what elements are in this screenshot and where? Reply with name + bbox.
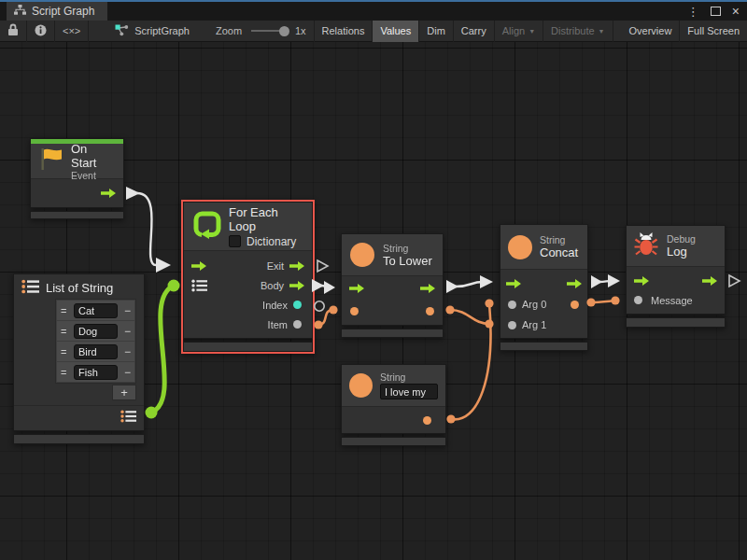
node-on-start[interactable]: On Start Event [30,138,124,219]
fullscreen-button[interactable]: Full Screen [680,21,747,42]
node-title: Log [667,245,696,259]
toolbar-toggles: Relations Values Dim Carry Align ▼ Distr… [314,21,747,42]
node-category: Debug [667,233,696,245]
node-title: To Lower [383,254,432,268]
port-item[interactable]: Item [268,319,304,330]
wire-list-to-foreach[interactable] [146,280,180,419]
port-message-in[interactable]: Message [634,295,693,306]
align-dropdown[interactable]: Align ▼ [495,21,543,42]
wire-tolower-to-arg1[interactable] [445,305,493,328]
remove-item-button[interactable]: − [121,325,131,338]
string-type-icon [349,373,373,398]
port-body[interactable]: Body [261,280,304,291]
port-trigger-in[interactable] [191,261,206,271]
port-trigger-in[interactable] [506,279,521,288]
dictionary-label: Dictionary [247,235,296,248]
wire-onstart-to-foreach[interactable] [126,187,171,273]
wire-item-to-tolower[interactable] [314,305,337,329]
wire-concat-to-message[interactable] [586,296,619,306]
node-debug-log[interactable]: Debug Log [626,225,726,328]
graph-canvas[interactable]: On Start Event [0,42,747,560]
relations-toggle[interactable]: Relations [315,21,374,42]
unity-script-graph-window: Script Graph ⋮ × [0,0,747,560]
title-bar: Script Graph ⋮ × [0,2,747,21]
log-exit-unconnected-marker[interactable] [729,275,740,287]
list-item-row: = Dog − [57,321,134,341]
list-item-value[interactable]: Dog [74,324,118,339]
port-trigger-out[interactable] [567,279,582,288]
port-result-out[interactable] [571,301,579,309]
node-title: On Start [71,142,116,170]
node-footer [500,342,588,351]
bug-icon [634,231,658,260]
graph-reference[interactable]: ScriptGraph [115,24,190,38]
string-type-icon [508,235,532,259]
loop-icon [193,211,221,243]
drag-handle[interactable]: = [61,367,70,378]
distribute-dropdown[interactable]: Distribute ▼ [543,21,613,42]
node-to-lower[interactable]: String To Lower [341,233,444,338]
remove-item-button[interactable]: − [121,304,131,317]
node-category: String [380,371,438,383]
node-list-of-string[interactable]: List of String = Cat − = Dog − = [13,273,145,444]
zoom-slider-handle[interactable] [279,26,289,36]
node-string-literal[interactable]: String [341,364,446,446]
list-item-value[interactable]: Cat [74,303,118,318]
zoom-slider[interactable] [251,30,288,32]
values-toggle[interactable]: Values [373,21,419,42]
add-item-button[interactable]: + [112,385,136,400]
port-index[interactable]: Index [262,300,304,311]
tab-script-graph[interactable]: Script Graph [7,2,107,21]
overview-button[interactable]: Overview [622,21,681,42]
port-trigger-out[interactable] [101,189,116,198]
port-string-out[interactable] [426,307,434,315]
list-item-value[interactable]: Bird [74,344,118,359]
maximize-button[interactable] [711,7,721,16]
port-string-out[interactable] [423,416,431,425]
node-concat[interactable]: String Concat [500,224,588,351]
zoom-label: Zoom [216,25,242,36]
node-footer [341,329,444,338]
wire-tolower-to-concat[interactable] [446,275,493,293]
port-exit[interactable]: Exit [267,260,304,272]
lock-button[interactable] [0,21,27,42]
remove-item-button[interactable]: − [121,345,131,358]
list-icon [21,279,39,298]
tab-title: Script Graph [32,5,94,18]
inspect-button[interactable] [27,21,55,42]
list-editor: = Cat − = Dog − = Bird − = [55,299,136,384]
dictionary-checkbox[interactable] [229,235,241,247]
dim-toggle[interactable]: Dim [419,21,454,42]
drag-handle[interactable]: = [61,346,70,357]
wire-concat-to-log[interactable] [591,274,620,288]
drag-handle[interactable]: = [61,305,70,316]
list-item-value[interactable]: Fish [74,365,118,380]
wire-body-to-tolower[interactable] [312,279,335,294]
node-category: String [540,234,578,245]
index-unconnected-marker[interactable] [315,301,324,311]
node-for-each-loop[interactable]: For Each Loop Dictionary Exit [183,202,313,352]
list-item-row: = Fish − [57,362,134,382]
port-trigger-out[interactable] [702,276,717,286]
carry-toggle[interactable]: Carry [454,21,495,42]
info-icon [35,24,47,38]
script-graph-icon [115,24,129,38]
port-trigger-in[interactable] [349,284,364,293]
window-menu-button[interactable]: ⋮ [687,6,699,18]
port-arg1-in[interactable]: Arg 1 [508,319,546,330]
drag-handle[interactable]: = [61,326,70,337]
list-item-row: = Bird − [57,342,134,361]
port-trigger-out[interactable] [420,284,435,293]
graph-toolbar: <×> ScriptGraph Zoom 1x Relations Values… [0,21,747,42]
node-title: Concat [540,245,578,259]
string-value-input[interactable] [380,384,438,399]
port-list-out[interactable] [120,410,136,427]
code-preview-button[interactable]: <×> [55,21,89,42]
port-collection-in[interactable] [191,279,207,292]
port-arg0-in[interactable]: Arg 0 [508,299,546,310]
port-trigger-in[interactable] [634,276,649,286]
close-button[interactable]: × [732,5,740,18]
exit-unconnected-marker[interactable] [317,260,328,272]
port-string-in[interactable] [350,307,359,315]
remove-item-button[interactable]: − [121,366,131,379]
